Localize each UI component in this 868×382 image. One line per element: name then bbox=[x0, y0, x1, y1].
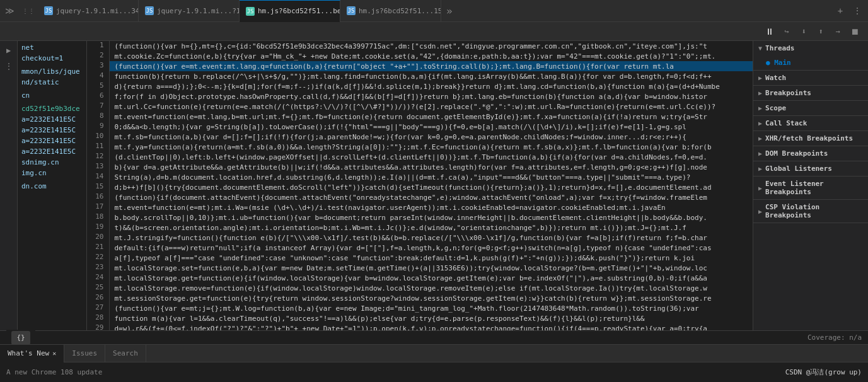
tab-bar-drag-icon: ⋮⋮ bbox=[19, 8, 38, 14]
code-editor[interactable]: 1(function(){var h={},mt={},c={id:"6bcd5… bbox=[87, 41, 753, 330]
step-button[interactable]: → bbox=[831, 25, 845, 38]
table-row[interactable]: 28function m(a){var l=1&&a.clearTimeout(… bbox=[87, 313, 753, 323]
table-row[interactable]: 4function(b){return b.replace(/^\s+|\s+$… bbox=[87, 71, 753, 81]
table-row[interactable]: 11mt.f.ya=function(a){return(a=mt.f.sb(a… bbox=[87, 142, 753, 152]
table-row[interactable]: 26mt.sessionStorage.get=function(e){try{… bbox=[87, 293, 753, 303]
tab-jquery-formatted[interactable]: JS jquery-1.9.1.mi...3495:formatted bbox=[38, 0, 139, 22]
table-row[interactable]: 25mt.localStorage.remove=function(e){if(… bbox=[87, 283, 753, 293]
global-label: Global Listeners bbox=[765, 165, 832, 173]
line-number: 21 bbox=[87, 243, 109, 253]
domain-item[interactable]: nd/static bbox=[18, 77, 86, 88]
line-number: 9 bbox=[87, 122, 109, 132]
domain-item[interactable]: a=2232E141E5C bbox=[18, 114, 86, 125]
table-row[interactable]: 2mt.cookie.Zc=function(e,b){try{var a="H… bbox=[87, 51, 753, 61]
table-row[interactable]: 27(function(){var e=mt;j={};mt.W.log=fun… bbox=[87, 303, 753, 313]
domain-list[interactable]: netcheckout=1mmon/libs/jquend/staticcncd… bbox=[18, 41, 87, 330]
domain-item[interactable]: a=2232E141E5C bbox=[18, 136, 86, 146]
step-out-button[interactable]: ⬆ bbox=[814, 25, 828, 38]
domain-item[interactable]: cd52f51e9b3dce bbox=[18, 103, 86, 114]
bottom-tab-what's-new[interactable]: What's New✕ bbox=[0, 345, 64, 362]
domain-item[interactable]: a=2232E141E5C bbox=[18, 146, 86, 157]
line-content: mt.f.ya=function(a){return(a=mt.f.sb(a,0… bbox=[109, 142, 753, 152]
tab-overflow-icon[interactable]: » bbox=[441, 5, 458, 17]
csp-header[interactable]: ▶ CSP Violation Breakpoints bbox=[753, 200, 868, 223]
table-row[interactable]: 12(d.clientTop||0),left:b.left+(window.p… bbox=[87, 152, 753, 162]
console-brace-icon[interactable]: {} bbox=[11, 331, 30, 345]
watch-header[interactable]: ▶ Watch bbox=[753, 71, 868, 85]
table-row[interactable]: 23mt.localStorage.set=function(e,b,a){va… bbox=[87, 263, 753, 273]
line-number: 2 bbox=[87, 51, 109, 61]
global-chevron: ▶ bbox=[758, 165, 762, 172]
table-row[interactable]: 10mt.f.sb=function(a,b){var d=[];f=[];if… bbox=[87, 132, 753, 142]
table-row[interactable]: 6f;for(f in d)Object.prototype.hasOwnPro… bbox=[87, 91, 753, 101]
more-tabs-button[interactable]: ⋮ bbox=[850, 3, 865, 18]
line-content: a[f],typeof a[f]==="case "undefined":cas… bbox=[109, 253, 753, 263]
line-content: mt.sessionStorage.get=function(e){try{re… bbox=[109, 293, 753, 303]
tab-hm-active[interactable]: JS hm.js?6bcd52f51...bec4a3997715ac ✕ bbox=[240, 0, 340, 22]
table-row[interactable]: 3(function(){var e=mt.event;mt.lang.q=fu… bbox=[87, 61, 753, 71]
table-row[interactable]: 20mt.J.stringify=function(){function e(b… bbox=[87, 233, 753, 243]
table-row[interactable]: 21default:{if(a===w)return"null";if(a in… bbox=[87, 243, 753, 253]
table-row[interactable]: 19t)&&(b=screen.orientation.angle);mt.i.… bbox=[87, 223, 753, 233]
watch-label: Watch bbox=[765, 74, 786, 82]
tab-jquery-query[interactable]: JS jquery-1.9.1.mi...?1670380208924 bbox=[139, 0, 240, 22]
table-row[interactable]: 18b.body.scrollTop||0,10)};mt.i.ub=funct… bbox=[87, 212, 753, 223]
call-stack-header[interactable]: ▶ Call Stack bbox=[753, 116, 868, 130]
table-row[interactable]: 17mt.event=function(e=mt);mt.i.Wa=(msie … bbox=[87, 202, 753, 212]
bottom-tab-issues[interactable]: Issues bbox=[64, 345, 105, 362]
table-row[interactable]: 5d){return a===d});};0<--m;}{k=d[m];for(… bbox=[87, 81, 753, 91]
step-into-button[interactable]: ⬇ bbox=[797, 25, 811, 38]
deactivate-button[interactable]: ⏹ bbox=[848, 25, 862, 38]
threads-header[interactable]: ▼ Threads bbox=[753, 41, 868, 55]
sidebar-dots-icon[interactable]: ⋮ bbox=[3, 60, 15, 72]
left-sidebar: ▶ ⋮ bbox=[0, 41, 18, 330]
global-header[interactable]: ▶ Global Listeners bbox=[753, 161, 868, 176]
domain-item[interactable]: sdnimg.cn bbox=[18, 157, 86, 168]
table-row[interactable]: 8mt.event=function(e=mt.lang,b=mt.url;mt… bbox=[87, 112, 753, 122]
bottom-tab-close-icon[interactable]: ✕ bbox=[52, 350, 56, 357]
scope-header[interactable]: ▶ Scope bbox=[753, 101, 868, 115]
domain-item[interactable]: mmon/libs/jque bbox=[18, 66, 86, 77]
domain-item[interactable]: cn bbox=[18, 90, 86, 101]
step-over-button[interactable]: ↪ bbox=[780, 25, 794, 38]
line-number: 6 bbox=[87, 91, 109, 101]
domain-item[interactable]: a=2232E141E5C bbox=[18, 125, 86, 136]
thread-main-item[interactable]: Main bbox=[753, 57, 868, 69]
pause-button[interactable]: ⏸ bbox=[763, 25, 777, 38]
breakpoints-chevron: ▶ bbox=[758, 90, 762, 96]
table-row[interactable]: 1(function(){var h={},mt={},c={id:"6bcd5… bbox=[87, 41, 753, 51]
event-section: ▶ Event Listener Breakpoints bbox=[753, 177, 868, 200]
bottom-tab-search[interactable]: Search bbox=[105, 345, 146, 362]
table-row[interactable]: 29d=w),r&&(f+=(0<=f.indexOf("?")?"&":"?"… bbox=[87, 323, 753, 330]
scope-chevron: ▶ bbox=[758, 105, 762, 112]
table-row[interactable]: 7mt.url.Cc=function(e){return(e=e.match(… bbox=[87, 101, 753, 112]
line-content: 0;d&&a<b.length;){var g=String(b[a]).toL… bbox=[109, 122, 753, 132]
table-row[interactable]: 22a[f],typeof a[f]==="case "undefined":c… bbox=[87, 253, 753, 263]
tab-js-icon3: JS bbox=[246, 7, 255, 16]
table-row[interactable]: 13b){var d=a.getAttribute&&a.getAttribut… bbox=[87, 162, 753, 172]
line-content: d=w),r&&(f+=(0<=f.indexOf("?")?"&":"?")+… bbox=[109, 323, 753, 330]
table-row[interactable]: 24mt.localStorage.get=function(e){if(win… bbox=[87, 273, 753, 283]
line-number: 22 bbox=[87, 253, 109, 263]
domain-item[interactable]: net bbox=[18, 42, 86, 53]
table-row[interactable]: 15d;b++)f[b](){try{document.documentElem… bbox=[87, 182, 753, 192]
add-tab-button[interactable]: + bbox=[833, 3, 848, 18]
line-number: 12 bbox=[87, 152, 109, 162]
table-row[interactable]: 16(function){if(document.attachEvent){do… bbox=[87, 192, 753, 202]
tab-js-icon4: JS bbox=[347, 6, 356, 15]
line-content: (function){if(document.attachEvent){docu… bbox=[109, 192, 753, 202]
tab-bar-menu-icon[interactable]: ≫ bbox=[0, 6, 19, 16]
event-header[interactable]: ▶ Event Listener Breakpoints bbox=[753, 177, 868, 199]
table-row[interactable]: 90;d&&a<b.length;){var g=String(b[a]).to… bbox=[87, 122, 753, 132]
dom-header[interactable]: ▶ DOM Breakpoints bbox=[753, 146, 868, 161]
domain-item[interactable]: img.cn bbox=[18, 168, 86, 178]
domain-item[interactable]: dn.com bbox=[18, 181, 86, 192]
table-row[interactable]: 14String(a),d=b.m(document.location.href… bbox=[87, 172, 753, 182]
breakpoints-header[interactable]: ▶ Breakpoints bbox=[753, 86, 868, 100]
domain-item[interactable]: checkout=1 bbox=[18, 53, 86, 64]
line-number: 17 bbox=[87, 202, 109, 212]
line-number: 11 bbox=[87, 142, 109, 152]
sidebar-expand-icon[interactable]: ▶ bbox=[3, 44, 15, 57]
tab-hm-formatted[interactable]: JS hm.js?6bcd52f51...15ac:formatted bbox=[340, 0, 441, 22]
xhr-header[interactable]: ▶ XHR/fetch Breakpoints bbox=[753, 131, 868, 146]
